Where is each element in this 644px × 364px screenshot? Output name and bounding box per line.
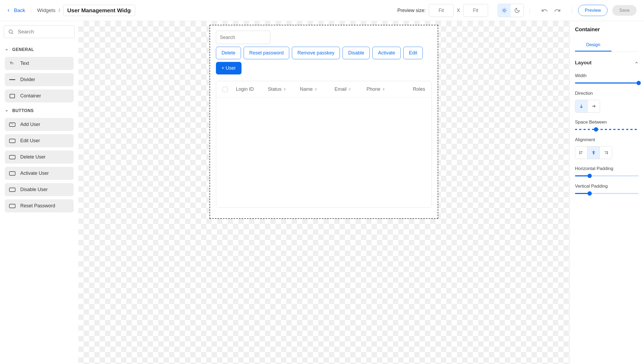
undo-redo-group [541,7,561,14]
divider-icon [9,77,15,82]
column-login-id[interactable]: Login ID [236,86,268,92]
sort-icon [349,88,351,91]
layout-section-header[interactable]: Layout [575,57,639,71]
space-between-slider[interactable] [575,129,639,130]
svg-rect-9 [9,172,15,175]
canvas[interactable]: Delete Reset password Remove passkey Dis… [78,21,569,364]
theme-toggle [498,4,524,17]
component-edit-user[interactable]: Edit User [5,134,74,147]
column-phone[interactable]: Phone [367,86,401,92]
column-label: Status [268,86,281,92]
svg-rect-10 [9,188,15,192]
activate-button[interactable]: Activate [372,47,401,59]
vertical-padding-label: Vertical Padding [575,184,639,189]
arrow-right-icon [591,104,597,109]
widget-frame[interactable]: Delete Reset password Remove passkey Dis… [210,25,438,219]
horizontal-padding-slider[interactable] [575,175,639,177]
undo-icon[interactable] [541,7,548,14]
column-name[interactable]: Name [300,86,335,92]
align-start-button[interactable] [575,147,587,159]
category-general-header[interactable]: GENERAL [3,45,76,55]
component-divider[interactable]: Divider [5,73,74,86]
svg-rect-5 [10,94,15,98]
svg-point-0 [503,9,505,11]
column-email[interactable]: Email [335,86,367,92]
add-user-button[interactable]: + User [216,62,241,74]
widget-title-input[interactable] [63,5,135,16]
component-container[interactable]: Container [5,89,74,102]
alignment-label: Alignment [575,137,639,143]
container-icon [9,94,15,98]
main-layout: GENERAL TT Text Divider Container BUTTON… [0,21,644,364]
table-header-row: Login ID Status Name Email [216,81,432,98]
sort-icon [315,88,317,91]
reset-password-button[interactable]: Reset password [244,47,289,59]
select-all-checkbox[interactable] [223,87,228,92]
dark-theme-button[interactable] [511,4,524,17]
edit-button[interactable]: Edit [403,47,423,59]
chevron-down-icon [5,48,9,52]
column-label: Email [335,86,347,92]
component-reset-password[interactable]: Reset Password [5,199,74,212]
component-label: Add User [20,122,40,127]
size-x-label: X [457,8,460,13]
direction-buttons [575,100,600,113]
save-button[interactable]: Save [612,5,637,16]
component-add-user[interactable]: Add User [5,118,74,131]
component-label: Delete User [20,154,46,160]
delete-button[interactable]: Delete [216,47,241,59]
moon-icon [514,7,520,13]
align-center-icon [591,150,596,155]
disable-button[interactable]: Disable [343,47,370,59]
category-label: BUTTONS [12,108,34,113]
direction-vertical-button[interactable] [575,100,587,112]
width-slider[interactable] [575,82,639,84]
component-sidebar: GENERAL TT Text Divider Container BUTTON… [0,21,78,364]
users-table: Login ID Status Name Email [216,81,432,208]
column-label: Roles [413,86,425,92]
space-between-label: Space Between [575,120,639,125]
width-input[interactable] [429,4,454,17]
direction-label: Direction [575,91,639,96]
component-label: Activate User [20,171,49,176]
align-end-button[interactable] [600,147,612,159]
divider [530,7,530,14]
component-search-input[interactable] [4,25,75,38]
column-label: Phone [367,86,380,92]
divider [572,7,572,14]
direction-horizontal-button[interactable] [587,100,600,112]
light-theme-button[interactable] [498,4,511,17]
remove-passkey-button[interactable]: Remove passkey [292,47,340,59]
component-label: Divider [20,77,35,82]
vertical-padding-slider[interactable] [575,193,639,194]
preview-size-group: Preview size: X [397,4,488,17]
svg-rect-7 [9,139,15,143]
horizontal-padding-label: Horizontal Padding [575,166,639,171]
breadcrumb-slash: / [59,7,60,13]
column-roles[interactable]: Roles [401,86,425,92]
button-icon [9,187,15,192]
svg-rect-6 [9,123,15,126]
height-input[interactable] [463,4,488,17]
component-activate-user[interactable]: Activate User [5,167,74,180]
component-delete-user[interactable]: Delete User [5,151,74,164]
column-label: Login ID [236,86,254,92]
breadcrumb-widgets[interactable]: Widgets [37,7,55,13]
component-label: Container [20,93,41,99]
component-text[interactable]: TT Text [5,57,74,70]
action-button-row: Delete Reset password Remove passkey Dis… [216,47,432,74]
button-icon [9,204,15,208]
align-left-icon [579,150,584,155]
preview-button[interactable]: Preview [578,5,607,16]
button-icon [9,139,15,143]
back-button[interactable]: Back [6,7,25,13]
component-disable-user[interactable]: Disable User [5,183,74,196]
align-center-button[interactable] [587,147,600,159]
component-label: Disable User [20,187,48,192]
category-buttons-header[interactable]: BUTTONS [3,106,76,116]
svg-point-1 [9,30,13,33]
tab-design[interactable]: Design [575,39,611,52]
column-status[interactable]: Status [268,86,300,92]
redo-icon[interactable] [554,7,561,14]
user-search-input[interactable] [216,31,270,44]
